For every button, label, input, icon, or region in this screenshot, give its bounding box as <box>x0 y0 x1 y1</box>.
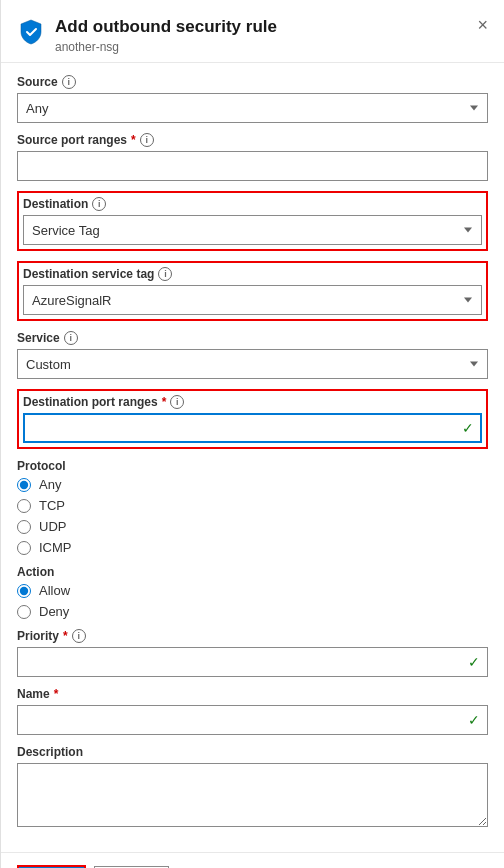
destination-label: Destination i <box>23 197 482 211</box>
protocol-udp-item[interactable]: UDP <box>17 519 488 534</box>
panel: Add outbound security rule another-nsg ×… <box>0 0 504 868</box>
destination-select-wrapper: Any IP Addresses Service Tag Application… <box>23 215 482 245</box>
protocol-icmp-label: ICMP <box>39 540 72 555</box>
destination-select[interactable]: Any IP Addresses Service Tag Application… <box>23 215 482 245</box>
header-text: Add outbound security rule another-nsg <box>55 16 488 54</box>
destination-port-input-wrapper: 443 ✓ <box>23 413 482 443</box>
action-deny-label: Deny <box>39 604 69 619</box>
shield-icon <box>17 18 45 46</box>
protocol-any-radio[interactable] <box>17 478 31 492</box>
panel-footer: Add Cancel 🗨 Give feedback <box>1 852 504 868</box>
source-group: Source i Any IP Addresses Service Tag Ap… <box>17 75 488 123</box>
panel-body: Source i Any IP Addresses Service Tag Ap… <box>1 63 504 852</box>
destination-port-label: Destination port ranges * i <box>23 395 482 409</box>
source-port-input[interactable]: * <box>17 151 488 181</box>
action-deny-radio[interactable] <box>17 605 31 619</box>
priority-input-wrapper: 100 ✓ <box>17 647 488 677</box>
protocol-udp-radio[interactable] <box>17 520 31 534</box>
panel-title: Add outbound security rule <box>55 16 488 38</box>
action-label: Action <box>17 565 488 579</box>
service-group: Service i Custom HTTP HTTPS SSH RDP <box>17 331 488 379</box>
destination-service-tag-label: Destination service tag i <box>23 267 482 281</box>
source-port-info-icon[interactable]: i <box>140 133 154 147</box>
action-allow-radio[interactable] <box>17 584 31 598</box>
protocol-tcp-radio[interactable] <box>17 499 31 513</box>
destination-service-tag-wrapper: AzureSignalR Internet VirtualNetwork Azu… <box>23 285 482 315</box>
source-port-ranges-group: Source port ranges * i * <box>17 133 488 181</box>
source-select-wrapper: Any IP Addresses Service Tag Application… <box>17 93 488 123</box>
panel-header: Add outbound security rule another-nsg × <box>1 0 504 63</box>
name-group: Name * AllowAnyCustom443Outbound ✓ <box>17 687 488 735</box>
destination-service-tag-select[interactable]: AzureSignalR Internet VirtualNetwork Azu… <box>23 285 482 315</box>
action-group: Action Allow Deny <box>17 565 488 619</box>
dest-service-tag-info-icon[interactable]: i <box>158 267 172 281</box>
description-label: Description <box>17 745 488 759</box>
protocol-icmp-item[interactable]: ICMP <box>17 540 488 555</box>
source-port-label: Source port ranges * i <box>17 133 488 147</box>
protocol-tcp-item[interactable]: TCP <box>17 498 488 513</box>
name-label: Name * <box>17 687 488 701</box>
protocol-radio-group: Any TCP UDP ICMP <box>17 477 488 555</box>
priority-input[interactable]: 100 <box>17 647 488 677</box>
service-label: Service i <box>17 331 488 345</box>
description-textarea[interactable] <box>17 763 488 827</box>
priority-label: Priority * i <box>17 629 488 643</box>
destination-group: Destination i Any IP Addresses Service T… <box>17 191 488 251</box>
protocol-tcp-label: TCP <box>39 498 65 513</box>
name-input[interactable]: AllowAnyCustom443Outbound <box>17 705 488 735</box>
source-label: Source i <box>17 75 488 89</box>
action-allow-item[interactable]: Allow <box>17 583 488 598</box>
protocol-any-item[interactable]: Any <box>17 477 488 492</box>
source-select[interactable]: Any IP Addresses Service Tag Application… <box>17 93 488 123</box>
action-radio-group: Allow Deny <box>17 583 488 619</box>
service-info-icon[interactable]: i <box>64 331 78 345</box>
panel-subtitle: another-nsg <box>55 40 488 54</box>
action-deny-item[interactable]: Deny <box>17 604 488 619</box>
priority-info-icon[interactable]: i <box>72 629 86 643</box>
destination-service-tag-group: Destination service tag i AzureSignalR I… <box>17 261 488 321</box>
close-button[interactable]: × <box>473 12 492 38</box>
priority-group: Priority * i 100 ✓ <box>17 629 488 677</box>
dest-port-info-icon[interactable]: i <box>170 395 184 409</box>
destination-info-icon[interactable]: i <box>92 197 106 211</box>
protocol-icmp-radio[interactable] <box>17 541 31 555</box>
destination-port-ranges-group: Destination port ranges * i 443 ✓ <box>17 389 488 449</box>
protocol-label: Protocol <box>17 459 488 473</box>
protocol-any-label: Any <box>39 477 61 492</box>
service-select-wrapper: Custom HTTP HTTPS SSH RDP <box>17 349 488 379</box>
description-group: Description <box>17 745 488 830</box>
name-input-wrapper: AllowAnyCustom443Outbound ✓ <box>17 705 488 735</box>
action-allow-label: Allow <box>39 583 70 598</box>
service-select[interactable]: Custom HTTP HTTPS SSH RDP <box>17 349 488 379</box>
protocol-group: Protocol Any TCP UDP ICMP <box>17 459 488 555</box>
protocol-udp-label: UDP <box>39 519 66 534</box>
destination-port-input[interactable]: 443 <box>23 413 482 443</box>
source-info-icon[interactable]: i <box>62 75 76 89</box>
